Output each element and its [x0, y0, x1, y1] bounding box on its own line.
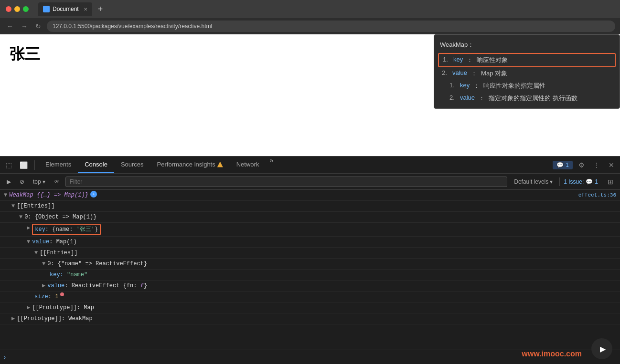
more-options-button[interactable]: ⋮ — [590, 159, 603, 171]
key-highlight-box: key : {name: '张三' } — [32, 224, 101, 235]
console-line-weakmap[interactable]: WeakMap {{…} => Map(1)} i effect.ts:36 — [0, 190, 620, 201]
console-line-proto-weakmap[interactable]: [[Prototype]]: WeakMap — [0, 313, 620, 324]
browser-tab-active[interactable]: Document ✕ — [38, 2, 92, 16]
entries-label: [[Entries]] — [17, 202, 54, 210]
value-colon: : — [49, 238, 56, 246]
device-toolbar-button[interactable]: ⬜ — [17, 159, 31, 171]
tab-favicon-icon — [43, 6, 50, 12]
chat-icon: 💬 — [556, 162, 564, 168]
tooltip-sub-colon-2: ： — [479, 94, 485, 103]
performance-warning-icon — [217, 162, 223, 167]
maximize-button[interactable] — [23, 6, 29, 12]
filter-input[interactable] — [65, 177, 508, 187]
chat-icon-2: 💬 — [586, 178, 593, 185]
top-context-selector[interactable]: top ▾ — [30, 177, 48, 186]
more-tabs-button[interactable]: » — [266, 156, 277, 173]
expand-inner-0-arrow[interactable] — [42, 260, 45, 268]
inner-value-fn: f — [140, 281, 144, 290]
tooltip-sub-num-2: 2. — [449, 94, 457, 103]
tooltip-popup: WeakMap： 1. key ： 响应性对象 2. value ： Map 对… — [434, 34, 620, 109]
console-line-value[interactable]: value : Map(1) — [0, 237, 620, 248]
url-input[interactable] — [47, 21, 615, 32]
console-prompt-icon: › — [4, 354, 6, 361]
devtools-toolbar: ⬚ ⬜ Elements Console Sources Performance… — [0, 156, 620, 174]
tooltip-num-1: 1. — [443, 56, 450, 64]
block-icon-button[interactable]: ⊘ — [17, 177, 27, 186]
red-dot-indicator — [60, 292, 64, 296]
expand-key-arrow[interactable] — [27, 224, 30, 232]
eye-button[interactable]: 👁 — [51, 177, 63, 186]
console-output: WeakMap {{…} => Map(1)} i effect.ts:36 [… — [0, 190, 620, 350]
chevron-down-icon-2: ▾ — [550, 178, 553, 185]
close-button[interactable] — [6, 6, 11, 12]
forward-button[interactable]: → — [19, 21, 30, 31]
console-line-key[interactable]: key : {name: '张三' } — [0, 223, 620, 237]
close-devtools-button[interactable]: ✕ — [606, 159, 617, 171]
tab-network[interactable]: Network — [230, 156, 266, 173]
tooltip-value-1: 响应性对象 — [477, 56, 508, 64]
tab-console[interactable]: Console — [78, 156, 114, 173]
inner-value-reactive: ReactiveEffect {fn: — [72, 281, 140, 290]
inspect-element-button[interactable]: ⬚ — [3, 159, 15, 171]
address-bar: ← → ↻ — [0, 18, 620, 34]
tab-elements[interactable]: Elements — [39, 156, 78, 173]
key-value-zhangsan: '张三' — [76, 225, 95, 234]
play-button[interactable] — [591, 338, 612, 359]
expand-entries-arrow[interactable] — [11, 202, 15, 210]
minimize-button[interactable] — [14, 6, 20, 12]
issue-badge[interactable]: 💬 1 — [553, 161, 573, 169]
tooltip-value-2: Map 对象 — [481, 69, 507, 78]
size-label: size — [34, 292, 48, 301]
proto-weakmap-label: [[Prototype]]: WeakMap — [17, 314, 92, 323]
issue-count-bar: 1 Issue: 💬 1 — [559, 177, 602, 186]
tooltip-key-2: value — [452, 69, 467, 78]
tooltip-sub-key-1: key — [460, 82, 470, 90]
tooltip-sub-colon-1: ： — [473, 82, 480, 90]
settings-button[interactable]: ⚙ — [576, 159, 588, 171]
inner-value-label: value — [47, 281, 64, 290]
expand-inner-entries-arrow[interactable] — [34, 249, 38, 257]
browser-titlebar: Document ✕ + — [0, 0, 620, 18]
file-link[interactable]: effect.ts:36 — [575, 191, 616, 199]
inner-entries-label: [[Entries]] — [40, 249, 77, 257]
console-line-entry-0[interactable]: 0: {Object => Map(1)} — [0, 212, 620, 223]
expand-entry0-arrow[interactable] — [19, 213, 22, 221]
issue-number: 1 — [595, 178, 598, 185]
console-line-entries[interactable]: [[Entries]] — [0, 201, 620, 212]
tooltip-colon-1: ： — [467, 56, 473, 64]
tab-bar: Document ✕ + — [38, 2, 107, 16]
console-line-size[interactable]: size : 1 — [0, 291, 620, 302]
info-icon[interactable]: i — [90, 191, 97, 198]
console-line-inner-0[interactable]: 0: {"name" => ReactiveEffect} — [0, 259, 620, 270]
inner-key-space — [64, 270, 67, 279]
console-line-inner-value[interactable]: value : ReactiveEffect {fn: f } — [0, 281, 620, 291]
tab-close-button[interactable]: ✕ — [84, 7, 87, 12]
console-line-inner-entries[interactable]: [[Entries]] — [0, 248, 620, 259]
key-colon: : — [45, 225, 52, 234]
tooltip-item-1-highlighted: 1. key ： 响应性对象 — [438, 53, 616, 67]
expand-weakmap-arrow[interactable] — [4, 191, 7, 199]
tooltip-sub-value-1: 响应性对象的指定属性 — [483, 82, 545, 90]
expand-value-arrow[interactable] — [27, 238, 30, 246]
reload-button[interactable]: ↻ — [33, 21, 43, 31]
console-line-proto-map[interactable]: [[Prototype]]: Map — [0, 302, 620, 313]
tooltip-sub-item-1: 1. key ： 响应性对象的指定属性 — [434, 80, 620, 92]
console-line-inner-key[interactable]: key: "name" — [0, 270, 620, 281]
devtools-tabs: Elements Console Sources Performance ins… — [39, 156, 277, 173]
execute-script-button[interactable]: ▶ — [4, 177, 14, 186]
default-levels-button[interactable]: Default levels ▾ — [510, 177, 556, 186]
size-value: 1 — [55, 292, 58, 301]
key-label: key — [35, 225, 45, 234]
devtools-toolbar-right: 💬 1 ⚙ ⋮ ✕ — [553, 159, 617, 171]
back-button[interactable]: ← — [5, 21, 15, 31]
tab-performance-insights[interactable]: Performance insights — [150, 156, 230, 173]
expand-inner-value-arrow[interactable] — [42, 281, 45, 290]
tooltip-num-2: 2. — [442, 69, 449, 78]
traffic-lights — [6, 6, 29, 12]
new-tab-button[interactable]: + — [94, 4, 107, 14]
sidebar-toggle-button[interactable]: ⊞ — [605, 177, 616, 187]
tooltip-sub-num-1: 1. — [449, 82, 457, 90]
expand-proto-map-arrow[interactable] — [27, 303, 30, 312]
tab-sources[interactable]: Sources — [114, 156, 150, 173]
expand-proto-weakmap-arrow[interactable] — [11, 314, 15, 323]
